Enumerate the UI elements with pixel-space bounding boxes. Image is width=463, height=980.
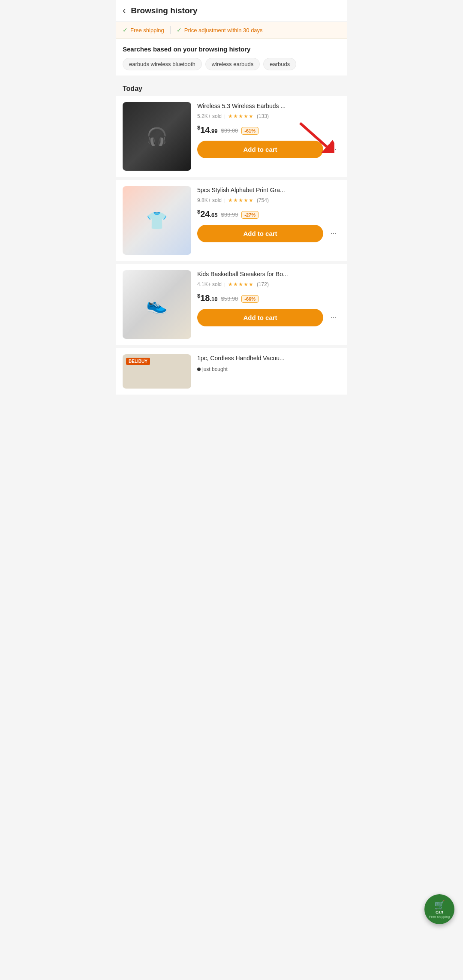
product-title-tshirts: 5pcs Stylish Alphabet Print Gra...	[197, 186, 340, 195]
earbuds-image-placeholder: 🎧	[123, 102, 191, 171]
sneakers-image-placeholder: 👟	[123, 270, 191, 339]
just-bought-dot	[197, 368, 201, 371]
price-original-tshirts: $33.93	[221, 211, 238, 218]
product-image-tshirts[interactable]: 👕	[123, 186, 191, 255]
belibuy-badge: BELIBUY	[126, 358, 150, 365]
product-info-earbuds: Wireless 5.3 Wireless Earbuds ... 5.2K+ …	[197, 102, 340, 171]
price-adjustment-banner: ✓ Price adjustment within 30 days	[177, 27, 263, 33]
product-meta-tshirts: 9.8K+ sold | ★ ★ ★ ★ ★ (754)	[197, 197, 340, 203]
product-info-tshirts: 5pcs Stylish Alphabet Print Gra... 9.8K+…	[197, 186, 340, 255]
product-title-sneakers: Kids Basketball Sneakers for Bo...	[197, 270, 340, 279]
product-image-earbuds[interactable]: 🎧	[123, 102, 191, 171]
product-card-vacuum-partial: BELIBUY 1pc, Cordless Handheld Vacuu... …	[116, 348, 347, 395]
product-image-vacuum[interactable]: BELIBUY	[123, 354, 191, 389]
add-to-cart-row-earbuds: Add to cart ···	[197, 141, 340, 158]
header: ‹ Browsing history	[116, 0, 347, 22]
product-card-tshirts: 👕 5pcs Stylish Alphabet Print Gra... 9.8…	[116, 180, 347, 264]
stars-tshirts: ★ ★ ★ ★ ★	[228, 197, 253, 203]
product-meta-earbuds: 5.2K+ sold | ★ ★ ★ ★ ★ (133)	[197, 113, 340, 119]
search-tag-earbuds-wireless-bluetooth[interactable]: earbuds wireless bluetooth	[123, 58, 202, 70]
check-icon: ✓	[123, 27, 128, 33]
sold-count-earbuds: 5.2K+ sold	[197, 113, 222, 119]
price-adjustment-label: Price adjustment within 30 days	[184, 27, 263, 33]
product-card-sneakers: 👟 Kids Basketball Sneakers for Bo... 4.1…	[116, 264, 347, 348]
product-info-vacuum: 1pc, Cordless Handheld Vacuu... just bou…	[197, 354, 340, 389]
add-to-cart-row-sneakers: Add to cart ···	[197, 309, 340, 326]
review-count-sneakers: (172)	[257, 281, 269, 287]
promo-banner: ✓ Free shipping ✓ Price adjustment withi…	[116, 22, 347, 39]
product-meta-sneakers: 4.1K+ sold | ★ ★ ★ ★ ★ (172)	[197, 281, 340, 287]
price-row-sneakers: $18.10 $53.98 -66%	[197, 292, 340, 303]
price-original-sneakers: $53.98	[221, 296, 238, 302]
search-tags-list: earbuds wireless bluetooth wireless earb…	[123, 58, 340, 70]
more-options-button-earbuds[interactable]: ···	[327, 143, 340, 157]
price-current-tshirts: $24.65	[197, 208, 218, 219]
search-tag-wireless-earbuds[interactable]: wireless earbuds	[205, 58, 260, 70]
today-section-label: Today	[116, 79, 347, 96]
stars-sneakers: ★ ★ ★ ★ ★	[228, 281, 253, 287]
just-bought-label: just bought	[202, 366, 228, 372]
product-title-vacuum: 1pc, Cordless Handheld Vacuu...	[197, 354, 340, 363]
free-shipping-label: Free shipping	[130, 27, 164, 33]
stars-earbuds: ★ ★ ★ ★ ★	[228, 113, 253, 119]
price-current-sneakers: $18.10	[197, 292, 218, 303]
discount-badge-sneakers: -66%	[241, 295, 259, 303]
add-to-cart-button-earbuds[interactable]: Add to cart	[197, 141, 323, 158]
more-options-button-tshirts[interactable]: ···	[327, 227, 340, 241]
price-current-earbuds: $14.99	[197, 124, 218, 135]
more-options-button-sneakers[interactable]: ···	[327, 311, 340, 325]
product-card-earbuds: 🎧 Wireless 5.3 Wireless Earbuds ... 5.2K…	[116, 96, 347, 180]
discount-badge-tshirts: -27%	[241, 211, 259, 219]
sold-count-tshirts: 9.8K+ sold	[197, 197, 222, 203]
add-to-cart-row-tshirts: Add to cart ···	[197, 225, 340, 242]
price-original-earbuds: $39.00	[221, 127, 238, 134]
discount-badge-earbuds: -61%	[241, 127, 259, 135]
back-button[interactable]: ‹	[123, 5, 126, 16]
product-title-earbuds: Wireless 5.3 Wireless Earbuds ...	[197, 102, 340, 111]
review-count-earbuds: (133)	[257, 113, 269, 119]
check-icon-2: ✓	[177, 27, 182, 33]
just-bought-badge: just bought	[197, 366, 340, 372]
add-to-cart-button-tshirts[interactable]: Add to cart	[197, 225, 323, 242]
free-shipping-banner: ✓ Free shipping	[123, 27, 164, 33]
tshirts-image-placeholder: 👕	[123, 186, 191, 255]
sold-count-sneakers: 4.1K+ sold	[197, 281, 222, 287]
search-suggestions-section: Searches based on your browsing history …	[116, 39, 347, 75]
review-count-tshirts: (754)	[257, 197, 269, 203]
banner-divider	[170, 26, 171, 34]
product-image-sneakers[interactable]: 👟	[123, 270, 191, 339]
search-tag-earbuds[interactable]: earbuds	[263, 58, 296, 70]
search-suggestions-title: Searches based on your browsing history	[123, 45, 340, 53]
price-row-tshirts: $24.65 $33.93 -27%	[197, 208, 340, 219]
product-info-sneakers: Kids Basketball Sneakers for Bo... 4.1K+…	[197, 270, 340, 339]
price-row-earbuds: $14.99 $39.00 -61%	[197, 124, 340, 135]
add-to-cart-button-sneakers[interactable]: Add to cart	[197, 309, 323, 326]
page-title: Browsing history	[131, 6, 197, 15]
